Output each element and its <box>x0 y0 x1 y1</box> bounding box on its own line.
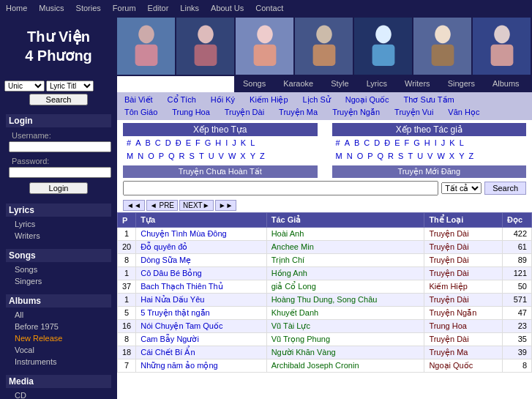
author-letter-N[interactable]: N <box>345 151 355 161</box>
author-letter-U[interactable]: U <box>415 151 425 161</box>
author-letter-H[interactable]: H <box>422 138 432 148</box>
author-letter-R[interactable]: R <box>386 151 396 161</box>
author-letter-DD[interactable]: Đ <box>382 138 392 148</box>
letter-U[interactable]: U <box>206 151 217 161</box>
cat-kiem-hiep[interactable]: Kiếm Hiệp <box>242 94 296 106</box>
letter-I[interactable]: I <box>223 138 230 148</box>
sidebar-search-button[interactable]: Search <box>29 94 88 105</box>
nav-about[interactable]: About Us <box>211 4 244 12</box>
author-letter-T[interactable]: T <box>405 151 415 161</box>
letter-L[interactable]: L <box>248 138 257 148</box>
letter-W[interactable]: W <box>226 151 238 161</box>
letter-V[interactable]: V <box>217 151 226 161</box>
login-button[interactable]: Login <box>29 182 88 194</box>
letter-O[interactable]: O <box>146 151 157 161</box>
cat-van-hoc[interactable]: Văn Học <box>441 106 487 119</box>
letter-DD[interactable]: Đ <box>173 138 184 148</box>
sidebar-item-before-1975[interactable]: Before 1975 <box>6 321 111 332</box>
author-letter-W[interactable]: W <box>435 151 446 161</box>
author-letter-C[interactable]: C <box>361 138 372 148</box>
cell-title[interactable]: 5 Truyện thật ngắn <box>136 307 266 320</box>
letter-A[interactable]: A <box>133 138 143 148</box>
nav-home[interactable]: Home <box>6 4 27 12</box>
cell-title[interactable]: Chuyện Tình Mùa Đông <box>136 228 266 241</box>
author-letter-A[interactable]: A <box>342 138 352 148</box>
story-link[interactable]: Nói Chuyện Tam Quốc <box>141 321 222 330</box>
pagination-next[interactable]: NEXT► <box>179 200 214 211</box>
author-letter-X[interactable]: X <box>447 151 457 161</box>
author-letter-G[interactable]: G <box>411 138 422 148</box>
author-letter-S[interactable]: S <box>396 151 405 161</box>
cell-title[interactable]: Bach Thạch Thiên Thủ <box>136 280 266 294</box>
story-link[interactable]: Chuyện Tình Mùa Đông <box>141 229 226 238</box>
author-letter-M[interactable]: M <box>334 151 345 161</box>
cat-truyen-vui[interactable]: Truyện Vui <box>387 106 441 119</box>
nav-forum[interactable]: Forum <box>113 4 136 12</box>
letter-P[interactable]: P <box>157 151 166 161</box>
author-letter-L[interactable]: L <box>457 138 466 148</box>
letter-E[interactable]: E <box>184 138 193 148</box>
sidebar-item-all[interactable]: All <box>6 309 111 321</box>
subnav-style[interactable]: Style <box>322 76 357 92</box>
pagination-prev[interactable]: ◄ PRE <box>146 200 178 211</box>
letter-S[interactable]: S <box>187 151 197 161</box>
cat-trung-hoa[interactable]: Trung Hoa <box>165 106 217 119</box>
author-letter-J[interactable]: J <box>439 138 448 148</box>
cell-title[interactable]: Cái Chết Bí Ẩn <box>136 346 266 359</box>
letter-Q[interactable]: Q <box>166 151 177 161</box>
story-link[interactable]: 5 Truyện thật ngắn <box>141 308 209 317</box>
letter-Z[interactable]: Z <box>258 151 267 161</box>
letter-B[interactable]: B <box>143 138 152 148</box>
sidebar-item-songs[interactable]: Songs <box>6 264 111 275</box>
sidebar-item-vocal[interactable]: Vocal <box>6 344 111 356</box>
letter-K[interactable]: K <box>239 138 248 148</box>
author-letter-F[interactable]: F <box>402 138 412 148</box>
subnav-songs[interactable]: Songs <box>234 76 274 92</box>
subnav-singers[interactable]: Singers <box>439 76 484 92</box>
search-type-select[interactable]: Unic <box>4 81 45 92</box>
letter-G[interactable]: G <box>203 138 214 148</box>
cell-title[interactable]: Đỗ quyên đỏ <box>136 241 266 254</box>
cell-title[interactable]: Dòng Sữa Mẹ <box>136 254 266 267</box>
sidebar-item-new-release[interactable]: New Release <box>6 332 111 344</box>
subnav-karaoke[interactable]: Karaoke <box>274 76 322 92</box>
password-input[interactable] <box>9 167 111 178</box>
author-letter-O[interactable]: O <box>355 151 366 161</box>
sidebar-item-singers[interactable]: Singers <box>6 275 111 287</box>
subnav-lyrics[interactable]: Lyrics <box>358 76 396 92</box>
cat-bai-viet[interactable]: Bài Viết <box>117 94 160 106</box>
author-letter-P[interactable]: P <box>365 151 375 161</box>
search-field-select[interactable]: Lyric Titl <box>46 81 94 92</box>
search-button[interactable]: Search <box>484 182 526 195</box>
sidebar-item-cd[interactable]: CD <box>6 389 111 399</box>
author-letter-E[interactable]: E <box>392 138 402 148</box>
letter-J[interactable]: J <box>230 138 239 148</box>
letter-D[interactable]: D <box>163 138 173 148</box>
sidebar-item-lyrics[interactable]: Lyrics <box>6 218 111 230</box>
cell-title[interactable]: Hai Nửa Dấu Yêu <box>136 294 266 307</box>
letter-T[interactable]: T <box>197 151 206 161</box>
letter-X[interactable]: X <box>238 151 247 161</box>
pagination-first[interactable]: ◄◄ <box>123 200 145 211</box>
author-letter-B[interactable]: B <box>352 138 361 148</box>
cat-truyen-ngan[interactable]: Truyện Ngắn <box>325 106 387 119</box>
cat-ton-giao[interactable]: Tôn Giáo <box>117 106 165 119</box>
subnav-albums[interactable]: Albums <box>484 76 528 92</box>
cell-title[interactable]: Những năm ảo mộng <box>136 359 266 373</box>
letter-Y[interactable]: Y <box>248 151 258 161</box>
story-link[interactable]: Hai Nửa Dấu Yêu <box>141 295 204 304</box>
subnav-writers[interactable]: Writers <box>396 76 439 92</box>
author-letter-I[interactable]: I <box>432 138 439 148</box>
letter-F[interactable]: F <box>193 138 203 148</box>
cat-truyen-ma[interactable]: Truyện Ma <box>271 106 325 119</box>
author-letter-hash[interactable]: # <box>334 138 342 148</box>
letter-H[interactable]: H <box>213 138 223 148</box>
cat-co-tich[interactable]: Cổ Tích <box>160 94 203 106</box>
cell-title[interactable]: Nói Chuyện Tam Quốc <box>136 320 266 333</box>
story-link[interactable]: Những năm ảo mộng <box>141 361 217 370</box>
nav-musics[interactable]: Musics <box>39 4 64 12</box>
username-input[interactable] <box>9 141 111 152</box>
nav-stories[interactable]: Stories <box>76 4 101 12</box>
cell-title[interactable]: Cô Dâu Bé Bỏng <box>136 267 266 280</box>
author-letter-Y[interactable]: Y <box>457 151 466 161</box>
